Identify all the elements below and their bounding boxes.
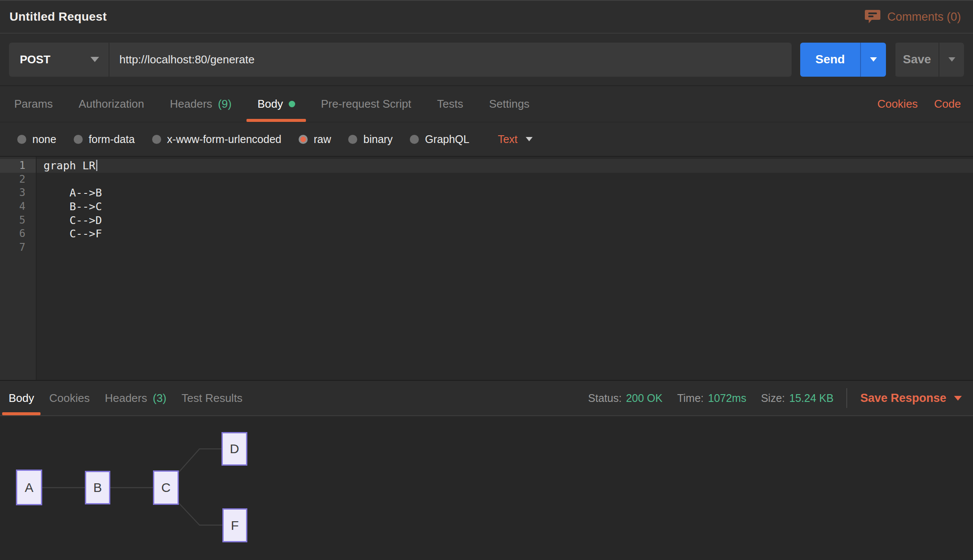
- chevron-down-icon: [90, 57, 99, 62]
- request-tabs-links: Cookies Code: [877, 86, 973, 122]
- method-dropdown[interactable]: POST: [9, 43, 109, 77]
- comments-button[interactable]: Comments (0): [865, 10, 961, 24]
- body-type-selector-row: noneform-datax-www-form-urlencodedrawbin…: [0, 122, 973, 157]
- save-options-button[interactable]: [939, 43, 964, 77]
- code-line[interactable]: [37, 241, 973, 255]
- radio-label: GraphQL: [425, 133, 469, 146]
- url-input[interactable]: http://localhost:80/generate: [109, 43, 792, 77]
- response-headers-count-badge: (3): [153, 392, 166, 405]
- diagram-edge-C-F: [179, 503, 222, 525]
- tab-headers[interactable]: Headers (9): [159, 86, 242, 122]
- tab-params[interactable]: Params: [3, 86, 64, 122]
- divider: [846, 388, 847, 408]
- url-composer: POST http://localhost:80/generate: [9, 43, 792, 77]
- line-number: 4: [0, 200, 36, 214]
- response-body-viewer: ABCDF: [0, 416, 973, 560]
- comment-icon: [865, 10, 880, 24]
- line-number: 7: [0, 241, 36, 255]
- request-tabs: Params Authorization Headers (9) Body Pr…: [0, 86, 540, 122]
- request-tabs-bar: Params Authorization Headers (9) Body Pr…: [0, 86, 973, 122]
- line-number: 6: [0, 227, 36, 241]
- tab-authorization[interactable]: Authorization: [68, 86, 155, 122]
- tab-tests[interactable]: Tests: [426, 86, 474, 122]
- size-value: 15.24 KB: [789, 392, 834, 404]
- chevron-down-icon: [948, 57, 955, 62]
- diagram-node-C: C: [153, 470, 179, 505]
- send-button[interactable]: Send: [800, 43, 860, 77]
- radio-icon: [410, 135, 419, 144]
- response-tab-test-results[interactable]: Test Results: [175, 381, 249, 415]
- text-cursor: [96, 160, 97, 171]
- code-line[interactable]: graph LR: [37, 159, 973, 173]
- response-stats: Status: 200 OK Time: 1072ms Size: 15.24 …: [574, 381, 973, 415]
- editor-line-numbers: 1234567: [0, 157, 37, 380]
- status-value: 200 OK: [626, 392, 663, 404]
- radio-label: raw: [314, 133, 331, 146]
- request-body-editor[interactable]: 1234567 graph LR A-->B B-->C C-->D C-->F: [0, 157, 973, 380]
- diagram-node-D: D: [221, 432, 247, 466]
- url-builder-row: POST http://localhost:80/generate Send S…: [0, 34, 973, 86]
- size-stat: Size: 15.24 KB: [761, 392, 833, 404]
- app-window: Untitled Request Comments (0) POST http:…: [0, 0, 973, 560]
- response-tab-cookies[interactable]: Cookies: [43, 381, 96, 415]
- code-line[interactable]: B-->C: [37, 200, 973, 214]
- line-number: 2: [0, 173, 36, 187]
- code-line[interactable]: C-->D: [37, 214, 973, 227]
- radio-label: none: [32, 133, 56, 146]
- body-type-radio-none[interactable]: none: [17, 133, 56, 146]
- code-line[interactable]: C-->F: [37, 227, 973, 241]
- radio-label: form-data: [89, 133, 135, 146]
- raw-format-dropdown[interactable]: Text: [498, 133, 533, 146]
- save-button[interactable]: Save: [895, 43, 939, 77]
- body-type-radio-form-data[interactable]: form-data: [74, 133, 135, 146]
- response-meta-bar: Body Cookies Headers (3) Test Results St…: [0, 380, 973, 416]
- response-tab-headers[interactable]: Headers (3): [98, 381, 173, 415]
- diagram-edge-C-D: [179, 449, 221, 472]
- radio-icon: [152, 135, 161, 144]
- cookies-link[interactable]: Cookies: [877, 97, 918, 111]
- diagram-node-F: F: [222, 508, 247, 542]
- body-type-radio-raw[interactable]: raw: [299, 133, 331, 146]
- response-tab-body[interactable]: Body: [2, 381, 41, 415]
- time-value: 1072ms: [708, 392, 746, 404]
- request-title: Untitled Request: [9, 10, 107, 24]
- response-tabs: Body Cookies Headers (3) Test Results: [0, 381, 249, 415]
- body-type-radios: noneform-datax-www-form-urlencodedrawbin…: [17, 133, 469, 146]
- code-line[interactable]: [37, 173, 973, 187]
- chevron-down-icon: [954, 396, 962, 401]
- tab-settings[interactable]: Settings: [478, 86, 540, 122]
- radio-icon: [348, 135, 357, 144]
- diagram-edges: [0, 416, 973, 560]
- send-split-button: Send: [800, 43, 886, 77]
- save-split-button: Save: [895, 43, 964, 77]
- body-type-radio-x-www-form-urlencoded[interactable]: x-www-form-urlencoded: [152, 133, 281, 146]
- raw-format-label: Text: [498, 133, 518, 146]
- code-link[interactable]: Code: [934, 97, 961, 111]
- save-response-button[interactable]: Save Response: [860, 392, 962, 405]
- line-number: 1: [0, 159, 36, 173]
- radio-icon: [299, 135, 308, 144]
- code-line[interactable]: A-->B: [37, 186, 973, 200]
- diagram-node-A: A: [16, 470, 42, 505]
- size-label: Size:: [761, 392, 785, 404]
- radio-icon: [74, 135, 83, 144]
- line-number: 5: [0, 214, 36, 227]
- chevron-down-icon: [526, 137, 533, 141]
- headers-count-badge: (9): [218, 97, 232, 111]
- comments-label: Comments (0): [887, 10, 961, 24]
- tab-pre-request-script[interactable]: Pre-request Script: [310, 86, 422, 122]
- editor-code-area[interactable]: graph LR A-->B B-->C C-->D C-->F: [37, 157, 973, 380]
- url-text: http://localhost:80/generate: [119, 53, 255, 66]
- radio-icon: [17, 135, 26, 144]
- method-label: POST: [20, 53, 50, 66]
- body-type-radio-binary[interactable]: binary: [348, 133, 393, 146]
- send-options-button[interactable]: [860, 43, 886, 77]
- status-stat: Status: 200 OK: [588, 392, 663, 404]
- time-stat: Time: 1072ms: [677, 392, 746, 404]
- tab-body[interactable]: Body: [246, 86, 306, 122]
- body-type-radio-graphql[interactable]: GraphQL: [410, 133, 469, 146]
- diagram-node-B: B: [85, 471, 110, 504]
- body-modified-dot: [289, 101, 295, 107]
- radio-label: x-www-form-urlencoded: [167, 133, 281, 146]
- save-response-label: Save Response: [860, 392, 946, 405]
